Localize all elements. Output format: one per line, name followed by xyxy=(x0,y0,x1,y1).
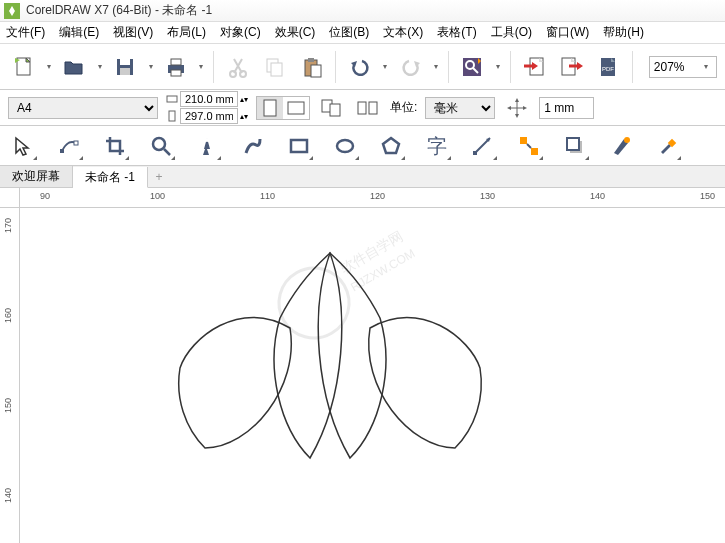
svg-point-60 xyxy=(624,137,630,143)
portrait-button[interactable] xyxy=(257,97,283,119)
svg-point-10 xyxy=(240,71,246,77)
unit-select[interactable]: 毫米 xyxy=(425,97,495,119)
height-icon xyxy=(166,110,178,122)
freehand-tool[interactable] xyxy=(192,131,222,161)
print-button[interactable] xyxy=(160,51,191,83)
zoom-field[interactable] xyxy=(654,60,704,74)
menu-text[interactable]: 文本(X) xyxy=(383,24,423,41)
page-size-select[interactable]: A4 xyxy=(8,97,158,119)
nudge-input[interactable] xyxy=(539,97,594,119)
ellipse-tool[interactable] xyxy=(330,131,360,161)
text-tool[interactable]: 字 xyxy=(422,131,452,161)
search-button[interactable] xyxy=(457,51,488,83)
open-dropdown[interactable]: ▾ xyxy=(96,51,104,83)
standard-toolbar: ▾ ▾ ▾ ▾ ▾ ▾ ▾ PDF ▾ xyxy=(0,44,725,90)
all-pages-button[interactable] xyxy=(318,96,346,120)
window-title: CorelDRAW X7 (64-Bit) - 未命名 -1 xyxy=(26,2,212,19)
landscape-button[interactable] xyxy=(283,97,309,119)
svg-marker-42 xyxy=(523,106,527,110)
save-button[interactable] xyxy=(110,51,141,83)
save-dropdown[interactable]: ▾ xyxy=(147,51,155,83)
menu-object[interactable]: 对象(C) xyxy=(220,24,261,41)
page-height-input[interactable] xyxy=(180,108,238,124)
svg-point-9 xyxy=(230,71,236,77)
vertical-ruler[interactable]: 170 160 150 140 xyxy=(0,188,20,543)
paste-button[interactable] xyxy=(296,51,327,83)
undo-button[interactable] xyxy=(344,51,375,83)
new-button[interactable] xyxy=(8,51,39,83)
horizontal-ruler[interactable]: 90 100 110 120 130 140 150 xyxy=(20,188,725,208)
svg-rect-12 xyxy=(271,63,282,76)
artistic-media-tool[interactable] xyxy=(238,131,268,161)
svg-rect-4 xyxy=(120,59,130,65)
svg-rect-36 xyxy=(330,104,340,116)
menu-layout[interactable]: 布局(L) xyxy=(167,24,206,41)
menu-help[interactable]: 帮助(H) xyxy=(603,24,644,41)
undo-dropdown[interactable]: ▾ xyxy=(381,51,389,83)
svg-rect-55 xyxy=(520,137,527,144)
svg-line-46 xyxy=(164,149,170,155)
rectangle-tool[interactable] xyxy=(284,131,314,161)
tab-welcome[interactable]: 欢迎屏幕 xyxy=(0,166,73,187)
canvas[interactable]: 软件自学网 RJZXW.COM xyxy=(20,208,725,543)
svg-marker-41 xyxy=(507,106,511,110)
open-button[interactable] xyxy=(59,51,90,83)
current-page-button[interactable] xyxy=(354,96,382,120)
page-dimensions: ▴▾ ▴▾ xyxy=(166,91,248,124)
menu-bitmap[interactable]: 位图(B) xyxy=(329,24,369,41)
svg-rect-38 xyxy=(369,102,377,114)
shape-tool[interactable] xyxy=(54,131,84,161)
connector-tool[interactable] xyxy=(514,131,544,161)
svg-rect-5 xyxy=(120,68,130,75)
document-tabs: 欢迎屏幕 未命名 -1 + xyxy=(0,166,725,188)
copy-button[interactable] xyxy=(259,51,290,83)
polygon-tool[interactable] xyxy=(376,131,406,161)
svg-rect-15 xyxy=(311,65,321,77)
eyedropper-tool[interactable] xyxy=(652,131,682,161)
cut-button[interactable] xyxy=(222,51,253,83)
tab-document[interactable]: 未命名 -1 xyxy=(73,167,148,188)
ruler-origin[interactable] xyxy=(0,188,20,208)
redo-dropdown[interactable]: ▾ xyxy=(432,51,440,83)
pick-tool[interactable] xyxy=(8,131,38,161)
new-dropdown[interactable]: ▾ xyxy=(45,51,53,83)
drop-shadow-tool[interactable] xyxy=(560,131,590,161)
svg-point-45 xyxy=(153,138,165,150)
export-button[interactable] xyxy=(556,51,587,83)
svg-marker-39 xyxy=(515,98,519,102)
menu-window[interactable]: 窗口(W) xyxy=(546,24,589,41)
svg-rect-7 xyxy=(171,59,181,65)
menu-table[interactable]: 表格(T) xyxy=(437,24,476,41)
menu-tools[interactable]: 工具(O) xyxy=(491,24,532,41)
tab-add-button[interactable]: + xyxy=(148,166,170,187)
menu-edit[interactable]: 编辑(E) xyxy=(59,24,99,41)
svg-text:PDF: PDF xyxy=(602,66,614,72)
menubar: 文件(F) 编辑(E) 视图(V) 布局(L) 对象(C) 效果(C) 位图(B… xyxy=(0,22,725,44)
import-button[interactable] xyxy=(519,51,550,83)
menu-view[interactable]: 视图(V) xyxy=(113,24,153,41)
pdf-button[interactable]: PDF xyxy=(593,51,624,83)
svg-point-49 xyxy=(337,140,353,152)
dimension-tool[interactable] xyxy=(468,131,498,161)
svg-rect-14 xyxy=(308,58,314,62)
zoom-input[interactable]: ▾ xyxy=(649,56,717,78)
svg-rect-56 xyxy=(531,148,538,155)
transparency-tool[interactable] xyxy=(606,131,636,161)
orientation-group xyxy=(256,96,310,120)
search-dropdown[interactable]: ▾ xyxy=(494,51,502,83)
titlebar: CorelDRAW X7 (64-Bit) - 未命名 -1 xyxy=(0,0,725,22)
menu-effect[interactable]: 效果(C) xyxy=(275,24,316,41)
menu-file[interactable]: 文件(F) xyxy=(6,24,45,41)
print-dropdown[interactable]: ▾ xyxy=(197,51,205,83)
width-icon xyxy=(166,93,178,105)
svg-rect-43 xyxy=(60,149,64,153)
svg-rect-44 xyxy=(74,141,78,145)
svg-point-47 xyxy=(205,138,209,142)
crop-tool[interactable] xyxy=(100,131,130,161)
lotus-drawing[interactable] xyxy=(150,248,510,478)
svg-rect-8 xyxy=(171,70,181,76)
zoom-tool[interactable] xyxy=(146,131,176,161)
svg-rect-59 xyxy=(567,138,579,150)
page-width-input[interactable] xyxy=(180,91,238,107)
redo-button[interactable] xyxy=(395,51,426,83)
